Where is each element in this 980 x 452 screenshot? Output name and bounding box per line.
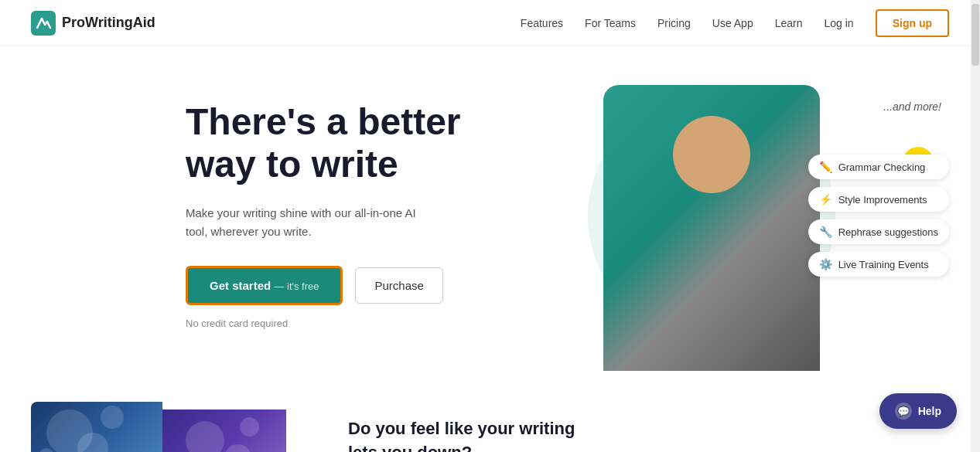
bottom-section: Do you feel like your writing lets you d… [0,402,980,452]
navbar: ProWritingAid Features For Teams Pricing… [0,0,980,46]
rephrase-icon: 🔧 [819,226,832,238]
starry-night-image-2 [162,410,286,452]
hero-section: There's a better way to write Make your … [0,46,980,402]
login-link[interactable]: Log in [825,17,854,29]
help-icon: 💬 [895,403,912,420]
training-icon: ⚙️ [819,258,832,270]
brand-name: ProWritingAid [62,15,155,31]
cta-free-label: — it's free [274,280,319,292]
feature-pill-training: ⚙️ Live Training Events [808,252,949,277]
bottom-image-area [31,402,286,452]
feature-pill-rephrase: 🔧 Rephrase suggestions [808,219,949,244]
hero-subtitle: Make your writing shine with our all-in-… [186,204,433,241]
feature-pill-style: ⚡ Style Improvements [808,187,949,212]
get-started-button[interactable]: Get started — it's free [186,266,343,305]
feature-pills: ✏️ Grammar Checking ⚡ Style Improvements… [808,155,949,277]
scrollbar-thumb[interactable] [971,4,979,66]
hero-buttons: Get started — it's free Purchase [186,266,510,305]
purchase-button[interactable]: Purchase [355,267,442,304]
signup-button[interactable]: Sign up [876,9,949,37]
training-label: Live Training Events [838,259,929,270]
hero-right: ⭐ ...and more! ✏️ Grammar Checking ⚡ Sty… [541,85,949,379]
person-illustration [603,85,820,371]
cta-primary-text: Get started [210,279,271,292]
hero-left: There's a better way to write Make your … [186,85,510,329]
grammar-label: Grammar Checking [838,161,926,173]
and-more-text: ...and more! [883,100,941,113]
starry-night-image-1 [31,402,162,452]
grammar-icon: ✏️ [819,161,832,173]
style-icon: ⚡ [819,193,832,206]
person-face [673,116,750,193]
no-credit-text: No credit card required [186,318,510,329]
hero-title: There's a better way to write [186,100,510,185]
nav-links: Features For Teams Pricing Use App Learn… [521,9,949,37]
style-label: Style Improvements [838,194,927,206]
bottom-right-text: Do you feel like your writing lets you d… [348,402,580,452]
logo[interactable]: ProWritingAid [31,11,155,36]
nav-learn[interactable]: Learn [775,17,803,29]
scrollbar-track[interactable] [971,0,980,452]
rephrase-label: Rephrase suggestions [838,226,938,238]
nav-for-teams[interactable]: For Teams [585,17,636,29]
bottom-question: Do you feel like your writing lets you d… [348,417,580,452]
logo-icon [31,11,56,36]
feature-pill-grammar: ✏️ Grammar Checking [808,155,949,179]
nav-use-app[interactable]: Use App [712,17,753,29]
help-label: Help [918,405,941,417]
nav-features[interactable]: Features [521,17,563,29]
help-button[interactable]: 💬 Help [879,393,957,429]
nav-pricing[interactable]: Pricing [657,17,691,29]
